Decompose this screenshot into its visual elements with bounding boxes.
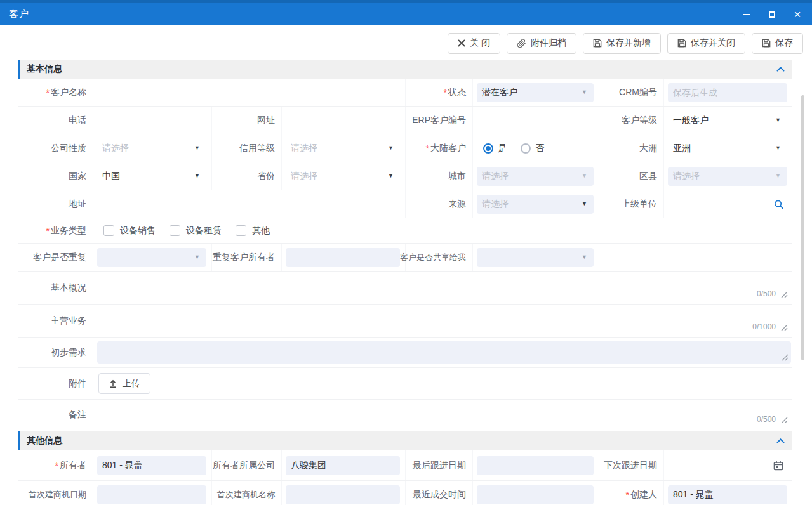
- city-select[interactable]: 请选择▼: [477, 167, 594, 186]
- dup-owner-input[interactable]: [286, 248, 400, 267]
- toolbar-save-button[interactable]: 保存: [752, 33, 803, 54]
- district-placeholder: 请选择: [673, 171, 700, 182]
- toolbar-archive-button[interactable]: 附件归档: [507, 33, 576, 54]
- initial-demand-label: 初步需求: [18, 338, 93, 367]
- title-bar: 客户 ×: [0, 3, 812, 25]
- business-type-label: 业务类型: [18, 218, 93, 243]
- collapse-chevron-up-icon[interactable]: [776, 67, 785, 72]
- district-label: 区县: [599, 162, 663, 190]
- country-select[interactable]: 中国▼: [97, 167, 206, 186]
- checkbox-equipment-rental[interactable]: 设备租赁: [170, 225, 222, 237]
- owner-company-input[interactable]: [286, 456, 400, 475]
- checkbox-icon: [236, 225, 246, 236]
- mainland-yes-radio[interactable]: 是: [483, 143, 507, 154]
- resize-grip-icon[interactable]: [781, 417, 788, 424]
- window-title: 客户: [9, 8, 29, 20]
- form-row: 基本概况 0/500: [18, 272, 792, 305]
- vertical-scrollbar[interactable]: [801, 95, 804, 360]
- first-opp-date-input[interactable]: [97, 485, 206, 504]
- save-icon: [677, 39, 686, 48]
- section-header-basic: 基本信息: [18, 60, 792, 79]
- customer-name-input[interactable]: [97, 83, 400, 102]
- checkbox-equipment-sales[interactable]: 设备销售: [103, 225, 156, 237]
- dropdown-arrow-icon: ▼: [775, 117, 781, 123]
- status-value: 潜在客户: [482, 87, 517, 98]
- toolbar-save-label: 保存: [775, 37, 793, 49]
- phone-input[interactable]: [97, 111, 206, 130]
- province-select[interactable]: 请选择▼: [286, 167, 400, 186]
- form-row: 备注 0/500: [18, 400, 792, 430]
- close-window-button[interactable]: ×: [792, 9, 803, 20]
- parent-unit-input[interactable]: [668, 195, 787, 214]
- initial-demand-textarea[interactable]: [97, 341, 791, 364]
- minimize-icon: [743, 14, 750, 15]
- erp-no-input[interactable]: [477, 111, 594, 130]
- remark-textarea[interactable]: 0/500: [93, 400, 792, 430]
- checkbox-other[interactable]: 其他: [236, 225, 270, 237]
- resize-grip-icon[interactable]: [781, 324, 788, 331]
- website-input[interactable]: [286, 111, 400, 130]
- toolbar-save-close-label: 保存并关闭: [691, 37, 735, 49]
- is-duplicate-select[interactable]: ▼: [97, 248, 206, 267]
- next-follow-input[interactable]: [668, 456, 787, 475]
- continent-select[interactable]: 亚洲▼: [668, 139, 787, 158]
- close-x-icon: [458, 39, 465, 47]
- address-input[interactable]: [97, 195, 400, 214]
- mainland-label: 大陆客户: [405, 134, 472, 162]
- toolbar-save-new-button[interactable]: 保存并新增: [583, 33, 661, 54]
- attachment-label: 附件: [18, 368, 93, 399]
- status-select[interactable]: 潜在客户▼: [477, 83, 594, 102]
- upload-button[interactable]: 上传: [98, 373, 150, 394]
- search-icon[interactable]: [774, 199, 783, 209]
- calendar-icon[interactable]: [773, 461, 783, 471]
- first-opp-name-input[interactable]: [286, 485, 400, 504]
- next-follow-label: 下次跟进日期: [599, 450, 663, 480]
- grade-value: 一般客户: [673, 115, 709, 126]
- last-deal-time-input[interactable]: [477, 485, 594, 504]
- shared-to-me-select[interactable]: ▼: [477, 248, 594, 267]
- credit-grade-select[interactable]: 请选择▼: [286, 139, 400, 158]
- erp-no-label: ERP客户编号: [405, 107, 472, 134]
- owner-input[interactable]: [97, 456, 206, 475]
- creator-label: 创建人: [599, 481, 663, 505]
- crm-no-input[interactable]: [668, 83, 787, 102]
- source-placeholder: 请选择: [482, 199, 509, 210]
- resize-grip-icon[interactable]: [782, 354, 789, 361]
- char-counter: 0/1000: [752, 322, 776, 331]
- dropdown-arrow-icon: ▼: [388, 173, 394, 179]
- toolbar-close-label: 关 闭: [470, 37, 490, 49]
- source-select[interactable]: 请选择▼: [477, 195, 594, 214]
- resize-grip-icon[interactable]: [781, 291, 788, 298]
- upload-label: 上传: [123, 378, 140, 390]
- main-business-textarea[interactable]: 0/1000: [93, 305, 792, 337]
- basic-profile-textarea[interactable]: 0/500: [93, 272, 792, 304]
- maximize-icon: [769, 11, 775, 18]
- dropdown-arrow-icon: ▼: [194, 145, 200, 151]
- owner-label: 所有者: [18, 450, 93, 480]
- creator-input[interactable]: [668, 485, 787, 504]
- checkbox-label: 设备租赁: [186, 225, 222, 237]
- toolbar-save-new-label: 保存并新增: [606, 37, 651, 49]
- checkbox-icon: [103, 225, 114, 236]
- grade-label: 客户等级: [599, 107, 663, 134]
- owner-company-label: 所有者所属公司: [211, 450, 281, 480]
- mainland-no-radio[interactable]: 否: [521, 143, 544, 154]
- district-select[interactable]: 请选择▼: [668, 167, 787, 186]
- minimize-button[interactable]: [741, 9, 752, 20]
- collapse-chevron-up-icon[interactable]: [776, 438, 785, 443]
- toolbar-save-close-button[interactable]: 保存并关闭: [667, 33, 745, 54]
- toolbar-close-button[interactable]: 关 闭: [448, 33, 500, 54]
- crm-no-label: CRM编号: [599, 79, 663, 106]
- main-business-label: 主营业务: [18, 305, 93, 337]
- city-placeholder: 请选择: [482, 171, 509, 182]
- maximize-button[interactable]: [766, 9, 778, 20]
- checkbox-icon: [170, 225, 180, 236]
- address-label: 地址: [18, 190, 93, 218]
- section-title-other: 其他信息: [27, 435, 62, 447]
- continent-value: 亚洲: [673, 143, 691, 154]
- last-follow-input[interactable]: [477, 456, 594, 475]
- close-icon: ×: [794, 8, 801, 20]
- company-nature-select[interactable]: 请选择▼: [97, 139, 206, 158]
- grade-select[interactable]: 一般客户▼: [668, 111, 787, 130]
- form-row: 所有者 所有者所属公司 最后跟进日期 下次跟进日期: [18, 450, 792, 481]
